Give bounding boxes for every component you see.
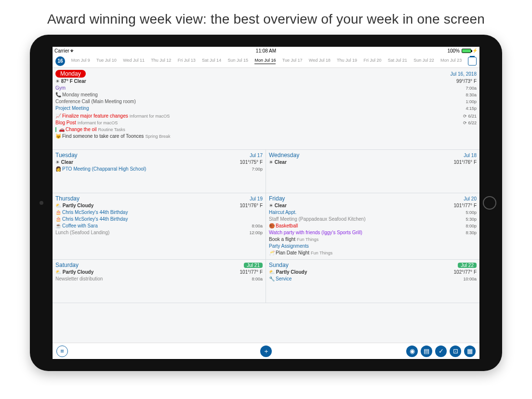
status-time: 11:08 AM: [256, 48, 276, 53]
day-cell-sunday[interactable]: SundayJul 22⛅ Partly Cloudy102°/77° F🔧Se…: [266, 260, 479, 303]
day-tab[interactable]: Mon Jul 9: [71, 58, 90, 64]
week-content: Monday Jul 16, 2018 ☀ 87° F Clear 99°/73…: [53, 68, 479, 343]
event-row[interactable]: 🏀Basketball8:00p: [266, 223, 479, 229]
screen: Carrier ᯤ 11:08 AM 100%⚡ 16 Mon Jul 9Tue…: [52, 46, 480, 359]
day-tabs: Mon Jul 9Tue Jul 10Wed Jul 11Thu Jul 12F…: [68, 58, 465, 64]
headline: Award winning week view: the best overvi…: [0, 0, 532, 35]
day-tab[interactable]: Wed Jul 18: [309, 58, 331, 64]
event-row[interactable]: 🥂Plan Date Night Fun Things: [266, 250, 479, 256]
day-tab[interactable]: Thu Jul 12: [151, 58, 171, 64]
event-row[interactable]: 🎂Chris McSorley's 44th Birthday: [53, 216, 266, 223]
event-row[interactable]: Book a flight Fun Things: [266, 236, 479, 243]
day-tab[interactable]: Tue Jul 17: [282, 58, 303, 64]
day-tab[interactable]: Sat Jul 14: [202, 58, 221, 64]
camera-dot: [40, 201, 43, 205]
day-cell-tuesday[interactable]: TuesdayJul 17☀ Clear101°/75° F👩PTO Meeti…: [53, 150, 266, 193]
event-row[interactable]: Newsletter distribution8:00a: [53, 276, 266, 282]
day-tab[interactable]: Wed Jul 11: [123, 58, 145, 64]
event-row[interactable]: 📞Monday meeting8:30a: [53, 92, 479, 98]
monday-temps: 99°/73° F: [456, 79, 477, 84]
event-row[interactable]: 🎂Chris McSorley's 44th Birthday: [53, 209, 266, 216]
notes-icon[interactable]: ▤: [421, 346, 432, 357]
calendar-icon[interactable]: [468, 57, 477, 66]
task-row[interactable]: 🚗Change the oil Routine Tasks: [53, 126, 479, 133]
bottom-toolbar: ≡ ＋ ◉ ▤ ✓ ⊡ ▦: [53, 343, 479, 359]
event-row[interactable]: 👩PTO Meeting (Chapparral High School)7:0…: [53, 166, 266, 173]
event-row[interactable]: Watch party with friends (Iggy's Sports …: [266, 229, 479, 236]
day-tab[interactable]: Sun Jul 22: [413, 58, 434, 64]
contacts-icon[interactable]: ◉: [406, 346, 418, 357]
event-row[interactable]: Conference Call (Main Meeting room)1:00p: [53, 98, 479, 105]
today-circle[interactable]: 16: [55, 56, 65, 66]
event-row[interactable]: Project Meeting4:15p: [53, 105, 479, 112]
day-tab[interactable]: Sun Jul 15: [228, 58, 249, 64]
day-tab[interactable]: Tue Jul 10: [96, 58, 117, 64]
status-battery: 100%⚡: [447, 48, 478, 53]
event-row[interactable]: 🔧Service10:00a: [266, 276, 479, 282]
task-row[interactable]: Blog Post Informant for macOS⟳ 6/22: [53, 120, 479, 126]
add-button[interactable]: ＋: [260, 346, 272, 357]
calendar-nav-icon[interactable]: ▦: [464, 346, 476, 357]
week-tab-bar: 16 Mon Jul 9Tue Jul 10Wed Jul 11Thu Jul …: [53, 54, 479, 68]
event-row[interactable]: Staff Meeting (Pappadeaux Seafood Kitche…: [266, 216, 479, 223]
status-bar: Carrier ᯤ 11:08 AM 100%⚡: [53, 47, 479, 54]
event-row[interactable]: Haircut Appt.5:00p: [266, 209, 479, 216]
menu-icon[interactable]: ≡: [56, 346, 68, 357]
event-row[interactable]: Lunch (Seafood Landing)12:00p: [53, 229, 266, 236]
tasks-icon[interactable]: ✓: [435, 346, 447, 357]
day-cell-monday[interactable]: Monday Jul 16, 2018 ☀ 87° F Clear 99°/73…: [53, 68, 479, 150]
ipad-frame: Carrier ᯤ 11:08 AM 100%⚡ 16 Mon Jul 9Tue…: [30, 35, 502, 371]
carrier-label: Carrier ᯤ: [54, 48, 75, 53]
event-row[interactable]: Gym7:00a: [53, 85, 479, 92]
home-button[interactable]: [483, 196, 496, 210]
monday-date: Jul 16, 2018: [451, 71, 477, 77]
day-cell-thursday[interactable]: ThursdayJul 19⛅ Partly Cloudy101°/76° F🎂…: [53, 193, 266, 260]
day-cell-saturday[interactable]: SaturdayJul 21⛅ Partly Cloudy101°/77° FN…: [53, 260, 266, 303]
day-tab[interactable]: Sat Jul 21: [388, 58, 407, 64]
day-tab[interactable]: Fri Jul 20: [363, 58, 381, 64]
day-tab[interactable]: Mon Jul 23: [440, 58, 462, 64]
event-row[interactable]: Party Assignments: [266, 243, 479, 250]
day-tab[interactable]: Thu Jul 19: [337, 58, 357, 64]
focus-icon[interactable]: ⊡: [450, 346, 461, 357]
day-cell-wednesday[interactable]: WednesdayJul 18☀ Clear101°/76° F: [266, 150, 479, 193]
day-tab[interactable]: Mon Jul 16: [254, 58, 276, 64]
event-row[interactable]: ☕Coffee with Sara8:00a: [53, 223, 266, 229]
task-row[interactable]: 😺Find someone to take care of Toonces Sp…: [53, 133, 479, 140]
task-row[interactable]: 📈Finalize major feature changes Informan…: [53, 113, 479, 120]
day-tab[interactable]: Fri Jul 13: [178, 58, 196, 64]
day-cell-friday[interactable]: FridayJul 20☀ Clear101°/77° FHaircut App…: [266, 193, 479, 260]
monday-weather: ☀ 87° F Clear: [55, 79, 86, 84]
monday-badge: Monday: [55, 70, 86, 78]
